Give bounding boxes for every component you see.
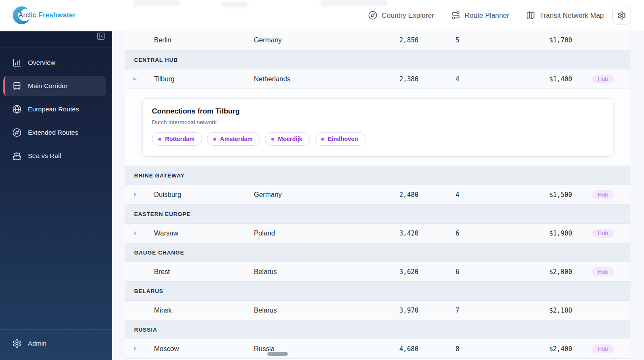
city-cell: Warsaw — [144, 230, 244, 237]
connections-subtitle: Dutch intermodal network — [152, 119, 604, 125]
table-row: MinskBelarus3,9707$2,100 — [125, 301, 630, 320]
chevron-right-icon — [132, 230, 138, 236]
row-expand-toggle[interactable] — [125, 76, 144, 82]
nav-label: Transit Network Map — [539, 11, 604, 19]
sidebar-item-overview[interactable]: Overview — [3, 53, 106, 73]
table-row[interactable]: WarsawPoland3,4206$1,900Hub — [125, 224, 630, 243]
country-cell: Germany — [244, 191, 388, 199]
row-expand-toggle[interactable] — [125, 230, 144, 236]
chip-dot-icon — [213, 138, 216, 141]
country-cell: Netherlands — [244, 75, 388, 83]
table-row: BerlinGermany2,8505$1,700 — [125, 30, 630, 50]
gear-icon — [12, 339, 22, 348]
hub-badge: Hub — [592, 267, 614, 276]
tram-icon — [12, 81, 22, 91]
stops-cell: 5 — [421, 36, 493, 44]
sidebar-item-extended-routes[interactable]: Extended Routes — [3, 122, 106, 143]
table-row[interactable]: TilburgNetherlands2,3804$1,400Hub — [125, 69, 630, 89]
section-header-label: EASTERN EUROPE — [134, 211, 190, 217]
price-cell: $1,900 — [493, 230, 575, 237]
compass-icon — [12, 128, 22, 137]
price-cell: $1,700 — [493, 36, 575, 44]
section-header: RUSSIA — [125, 320, 630, 339]
globe-icon — [12, 105, 22, 114]
country-cell: Belarus — [244, 268, 388, 276]
bar-chart-icon — [12, 58, 22, 67]
country-cell: Poland — [244, 230, 388, 237]
ship-icon — [12, 151, 22, 161]
city-cell: Duisburg — [144, 191, 244, 199]
price-cell: $2,400 — [493, 345, 575, 353]
sidebar-item-label: Main Corridor — [28, 82, 68, 90]
chip-dot-icon — [321, 138, 324, 141]
top-navigation: Country Explorer Route Planner Transit N… — [368, 11, 604, 20]
connection-chips: RotterdamAmsterdamMoerdijkEindhoven — [152, 132, 604, 146]
chip-dot-icon — [271, 138, 274, 141]
route-icon — [451, 11, 460, 20]
chip-label: Moerdijk — [278, 136, 303, 142]
connection-chip[interactable]: Eindhoven — [315, 132, 366, 146]
sidebar-item-label: Overview — [28, 59, 55, 66]
nav-label: Country Explorer — [382, 11, 434, 19]
city-cell: Brest — [144, 268, 244, 276]
country-cell: Belarus — [244, 307, 388, 314]
corridor-table: BerlinGermany2,8505$1,700CENTRAL HUBTilb… — [125, 30, 630, 360]
horizontal-scrollbar-thumb[interactable] — [267, 352, 288, 356]
city-cell: Moscow — [144, 345, 244, 353]
price-cell: $1,500 — [493, 191, 575, 199]
row-expand-toggle[interactable] — [125, 346, 144, 352]
sidebar-item-label: Extended Routes — [28, 129, 78, 136]
badge-cell: Hub — [575, 267, 630, 276]
distance-cell: 2,380 — [388, 75, 421, 83]
city-cell: Berlin — [144, 36, 244, 44]
chip-label: Rotterdam — [165, 136, 195, 142]
badge-cell: Hub — [575, 229, 630, 238]
sidebar-item-european-routes[interactable]: European Routes — [3, 99, 106, 119]
distance-cell: 3,970 — [388, 307, 421, 314]
section-header: BELARUS — [125, 282, 630, 301]
hub-badge: Hub — [592, 229, 614, 238]
stops-cell: 6 — [421, 268, 493, 276]
nav-country-explorer[interactable]: Country Explorer — [368, 11, 434, 20]
hub-badge: Hub — [592, 75, 614, 83]
sidebar-item-main-corridor[interactable]: Main Corridor — [3, 76, 106, 96]
hub-badge: Hub — [592, 190, 614, 199]
chip-dot-icon — [158, 138, 161, 141]
map-icon — [526, 11, 535, 20]
chip-label: Eindhoven — [328, 136, 358, 142]
sidebar-item-admin[interactable]: Admin — [3, 333, 106, 354]
sidebar-item-sea-vs-rail[interactable]: Sea vs Rail — [3, 146, 106, 166]
connections-title: Connections from Tilburg — [152, 107, 604, 116]
badge-cell: Hub — [575, 344, 630, 353]
country-cell: Germany — [244, 36, 388, 44]
connection-chip[interactable]: Amsterdam — [207, 132, 260, 146]
gear-icon — [617, 11, 626, 20]
section-header-label: RUSSIA — [134, 327, 157, 333]
price-cell: $2,000 — [493, 268, 575, 276]
chevron-down-icon — [132, 76, 138, 82]
top-header: ArcticFreshwater Country Explorer Route … — [0, 0, 644, 30]
section-header: EASTERN EUROPE — [125, 205, 630, 224]
city-cell: Minsk — [144, 307, 244, 314]
expanded-row: Connections from TilburgDutch intermodal… — [125, 89, 630, 166]
panel-collapse-icon — [96, 32, 105, 41]
table-row[interactable]: DuisburgGermany2,4804$1,500Hub — [125, 185, 630, 205]
country-cell: Russia — [244, 345, 388, 353]
stops-cell: 7 — [421, 307, 493, 314]
ghost-content — [221, 2, 248, 7]
nav-route-planner[interactable]: Route Planner — [451, 11, 509, 20]
table-row[interactable]: MoscowRussia4,6808$2,400Hub — [125, 339, 630, 359]
sidebar-item-label: Sea vs Rail — [28, 152, 61, 160]
section-header: GAUGE CHANGE — [125, 243, 630, 262]
settings-button[interactable] — [612, 6, 631, 25]
sidebar: Overview Main Corridor European Routes E… — [0, 31, 112, 360]
nav-label: Route Planner — [465, 11, 509, 19]
sidebar-collapse-button[interactable] — [96, 32, 105, 42]
stops-cell: 4 — [421, 191, 493, 199]
connection-chip[interactable]: Rotterdam — [152, 132, 202, 146]
row-expand-toggle[interactable] — [125, 191, 144, 198]
hub-badge: Hub — [592, 344, 614, 353]
connection-chip[interactable]: Moerdijk — [265, 132, 310, 146]
connections-panel: Connections from TilburgDutch intermodal… — [142, 98, 614, 157]
nav-transit-network-map[interactable]: Transit Network Map — [526, 11, 604, 20]
